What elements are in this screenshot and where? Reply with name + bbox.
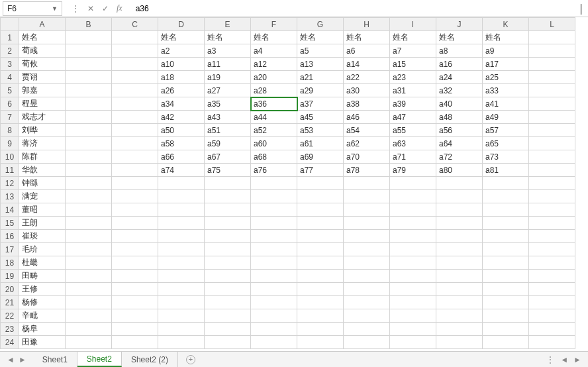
cell-F8[interactable]: a52 (251, 124, 297, 137)
cell-L17[interactable] (529, 243, 575, 256)
cell-J2[interactable]: a8 (436, 44, 483, 58)
cell-A2[interactable]: 荀彧 (19, 44, 66, 58)
cell-A4[interactable]: 贾诩 (19, 71, 66, 84)
cell-E2[interactable]: a3 (205, 44, 251, 58)
column-header-D[interactable]: D (158, 18, 205, 31)
cell-C24[interactable] (112, 336, 158, 349)
cell-A11[interactable]: 华歆 (19, 164, 66, 177)
cell-H21[interactable] (344, 296, 390, 309)
cell-G18[interactable] (297, 256, 344, 270)
cell-L18[interactable] (529, 256, 575, 270)
cell-B9[interactable] (66, 137, 112, 150)
row-header-5[interactable]: 5 (1, 84, 19, 97)
cell-L23[interactable] (529, 323, 575, 336)
cell-B5[interactable] (66, 84, 112, 97)
cell-L1[interactable] (529, 31, 575, 44)
cell-D2[interactable]: a2 (158, 44, 205, 58)
cell-I12[interactable] (390, 177, 436, 190)
cell-L19[interactable] (529, 270, 575, 283)
cell-A14[interactable]: 董昭 (19, 203, 66, 217)
cell-J20[interactable] (436, 283, 483, 296)
cell-G16[interactable] (297, 230, 344, 243)
cell-G21[interactable] (297, 296, 344, 309)
cell-J23[interactable] (436, 323, 483, 336)
cell-C12[interactable] (112, 177, 158, 190)
cell-E1[interactable]: 姓名 (205, 31, 251, 44)
row-header-22[interactable]: 22 (1, 309, 19, 323)
cell-I22[interactable] (390, 309, 436, 323)
cell-B1[interactable] (66, 31, 112, 44)
cell-G11[interactable]: a77 (297, 164, 344, 177)
cell-L21[interactable] (529, 296, 575, 309)
cell-D15[interactable] (158, 217, 205, 230)
cell-G7[interactable]: a45 (297, 111, 344, 124)
cell-J11[interactable]: a80 (436, 164, 483, 177)
cell-L2[interactable] (529, 44, 575, 58)
cell-L4[interactable] (529, 71, 575, 84)
cell-C23[interactable] (112, 323, 158, 336)
row-header-20[interactable]: 20 (1, 283, 19, 296)
cell-J19[interactable] (436, 270, 483, 283)
column-header-E[interactable]: E (205, 18, 251, 31)
cell-F6[interactable]: a36 (251, 97, 297, 111)
cell-J14[interactable] (436, 203, 483, 217)
cell-F13[interactable] (251, 190, 297, 203)
cell-D14[interactable] (158, 203, 205, 217)
cell-F24[interactable] (251, 336, 297, 349)
cell-L9[interactable] (529, 137, 575, 150)
cell-B11[interactable] (66, 164, 112, 177)
cell-B6[interactable] (66, 97, 112, 111)
cell-K13[interactable] (483, 190, 529, 203)
cell-D24[interactable] (158, 336, 205, 349)
cell-K8[interactable]: a57 (483, 124, 529, 137)
cell-H16[interactable] (344, 230, 390, 243)
cell-G23[interactable] (297, 323, 344, 336)
cell-C3[interactable] (112, 58, 158, 71)
cell-K19[interactable] (483, 270, 529, 283)
column-header-G[interactable]: G (297, 18, 344, 31)
add-sheet-button[interactable]: + (178, 355, 203, 364)
cell-G3[interactable]: a13 (297, 58, 344, 71)
cell-C20[interactable] (112, 283, 158, 296)
cell-H5[interactable]: a30 (344, 84, 390, 97)
cell-K5[interactable]: a33 (483, 84, 529, 97)
column-header-B[interactable]: B (66, 18, 112, 31)
cell-L13[interactable] (529, 190, 575, 203)
cell-F16[interactable] (251, 230, 297, 243)
cell-I13[interactable] (390, 190, 436, 203)
cell-A6[interactable]: 程昱 (19, 97, 66, 111)
cell-B7[interactable] (66, 111, 112, 124)
cell-I11[interactable]: a79 (390, 164, 436, 177)
cell-J18[interactable] (436, 256, 483, 270)
cell-C17[interactable] (112, 243, 158, 256)
cell-E8[interactable]: a51 (205, 124, 251, 137)
cell-B13[interactable] (66, 190, 112, 203)
cell-D18[interactable] (158, 256, 205, 270)
cell-F9[interactable]: a60 (251, 137, 297, 150)
row-header-13[interactable]: 13 (1, 190, 19, 203)
cell-L14[interactable] (529, 203, 575, 217)
row-header-17[interactable]: 17 (1, 243, 19, 256)
cell-B22[interactable] (66, 309, 112, 323)
row-header-8[interactable]: 8 (1, 124, 19, 137)
column-header-K[interactable]: K (483, 18, 529, 31)
cell-C14[interactable] (112, 203, 158, 217)
cell-L3[interactable] (529, 58, 575, 71)
row-header-2[interactable]: 2 (1, 44, 19, 58)
cell-H9[interactable]: a62 (344, 137, 390, 150)
cell-A22[interactable]: 辛毗 (19, 309, 66, 323)
cell-C22[interactable] (112, 309, 158, 323)
select-all-corner[interactable] (1, 18, 19, 31)
cell-D4[interactable]: a18 (158, 71, 205, 84)
cell-J21[interactable] (436, 296, 483, 309)
row-header-24[interactable]: 24 (1, 336, 19, 349)
sheet-tab-1[interactable]: Sheet2 (77, 352, 122, 367)
cell-G24[interactable] (297, 336, 344, 349)
cell-E7[interactable]: a43 (205, 111, 251, 124)
cell-I1[interactable]: 姓名 (390, 31, 436, 44)
cell-H6[interactable]: a38 (344, 97, 390, 111)
cell-E13[interactable] (205, 190, 251, 203)
cell-C21[interactable] (112, 296, 158, 309)
row-header-21[interactable]: 21 (1, 296, 19, 309)
cell-B15[interactable] (66, 217, 112, 230)
